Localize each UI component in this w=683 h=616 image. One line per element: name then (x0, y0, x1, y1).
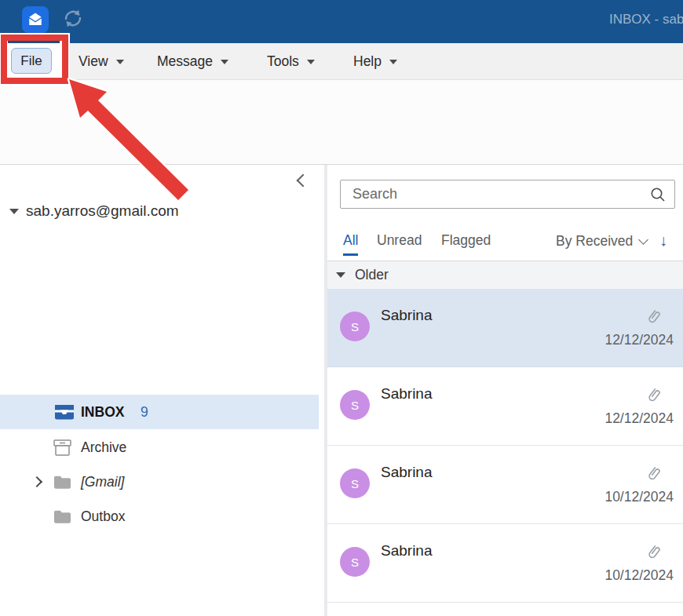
sort-direction-icon[interactable]: ↓ (659, 231, 667, 250)
sort-dropdown[interactable]: By Received (556, 233, 647, 250)
sidebar-item-archive[interactable]: Archive (0, 430, 319, 465)
sync-refresh-icon[interactable] (63, 7, 83, 31)
chevron-down-icon (389, 60, 397, 64)
sidebar-item-inbox[interactable]: INBOX 9 (0, 395, 319, 429)
group-collapse-icon[interactable] (336, 272, 345, 278)
menu-file[interactable]: File (11, 48, 52, 74)
folder-icon (53, 475, 71, 490)
chevron-right-icon[interactable] (31, 476, 42, 487)
search-icon[interactable] (650, 187, 666, 206)
chevron-down-icon (116, 60, 124, 64)
avatar: S (340, 547, 370, 577)
titlebar-edge-fragment (8, 41, 60, 43)
avatar: S (340, 468, 370, 498)
email-row[interactable]: S Sabrina 12/12/2024 (327, 289, 683, 367)
attachment-icon (646, 465, 661, 486)
filter-tab-all[interactable]: All (343, 232, 358, 256)
chevron-down-icon (307, 60, 315, 64)
inbox-unread-count: 9 (141, 404, 148, 421)
filter-tab-flagged[interactable]: Flagged (441, 232, 491, 253)
account-row[interactable]: sab.yarros@gmail.com (9, 202, 179, 220)
menu-help[interactable]: Help (353, 43, 397, 79)
menu-tools[interactable]: Tools (267, 43, 315, 79)
filter-tab-unread[interactable]: Unread (377, 232, 422, 253)
folder-icon (53, 509, 71, 524)
title-bar: INBOX - sab (0, 0, 683, 43)
search-box (340, 180, 675, 209)
avatar: S (340, 390, 370, 420)
account-email: sab.yarros@gmail.com (26, 202, 179, 220)
attachment-icon (646, 387, 661, 407)
menu-bar: View Message Tools Help (0, 43, 683, 80)
menu-view[interactable]: View (79, 43, 124, 79)
app-window: INBOX - sab View Message Tools Help (0, 0, 683, 616)
menu-message[interactable]: Message (157, 43, 228, 79)
email-row[interactable]: S Sabrina 10/12/2024 (327, 524, 683, 603)
app-logo-icon (22, 6, 49, 33)
window-title: INBOX - sab (609, 12, 683, 27)
avatar: S (340, 312, 370, 341)
email-row[interactable]: S Sabrina 10/12/2024 (327, 446, 683, 524)
sidebar-item-outbox[interactable]: Outbox (0, 499, 319, 534)
folder-sidebar (0, 165, 324, 616)
attachment-icon (646, 308, 661, 329)
email-row[interactable]: S Sabrina 12/12/2024 (327, 367, 683, 446)
archive-outline-icon (53, 439, 71, 456)
inbox-tray-icon (53, 403, 75, 421)
group-header-older[interactable]: Older (327, 261, 683, 289)
attachment-icon (646, 544, 661, 564)
toolbar: New Mail New Items (0, 80, 683, 165)
filter-bar: All Unread Flagged By Received ↓ (340, 232, 675, 257)
chevron-down-icon (221, 60, 228, 64)
chevron-down-icon (638, 235, 648, 245)
account-expand-icon[interactable] (9, 209, 19, 214)
search-input[interactable] (340, 180, 675, 209)
sidebar-item-gmail[interactable]: [Gmail] (0, 465, 319, 499)
